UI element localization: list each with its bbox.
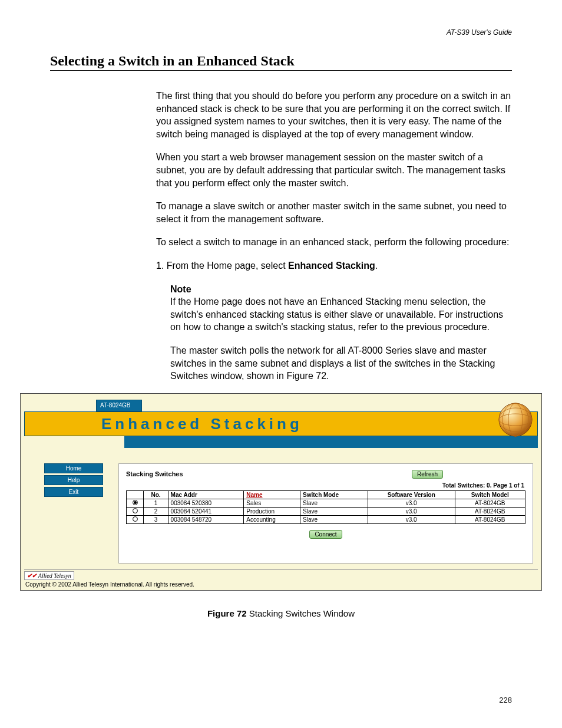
brand-logo: ✔✔ Allied Telesyn	[24, 571, 74, 580]
title-band: Enhanced Stacking	[24, 411, 538, 436]
row-mode: Slave	[300, 515, 368, 523]
col-model: Switch Model	[455, 490, 525, 499]
row-model: AT-8024GB	[455, 499, 525, 507]
app-window: AT-8024GB Enhanced Stacking	[20, 393, 542, 591]
step-suffix: .	[375, 261, 378, 271]
figure-caption: Figure 72 Stacking Switches Window	[0, 608, 562, 618]
sub-band	[124, 436, 538, 448]
table-row: 1003084 520380SalesSlavev3.0AT-8024GB	[127, 499, 525, 507]
col-mac: Mac Addr	[168, 490, 244, 499]
row-name: Production	[244, 507, 300, 515]
switches-table: No. Mac Addr Name Switch Mode Software V…	[126, 490, 525, 524]
panel-title: Stacking Switches	[126, 470, 183, 477]
refresh-button[interactable]: Refresh	[412, 470, 443, 479]
total-switches-label: Total Switches: 0. Page 1 of 1	[126, 482, 524, 489]
row-no: 2	[144, 507, 168, 515]
table-row: 2003084 520441ProductionSlavev3.0AT-8024…	[127, 507, 525, 515]
row-mac: 003084 520380	[168, 499, 244, 507]
globe-icon	[497, 401, 534, 438]
connect-button[interactable]: Connect	[309, 530, 342, 539]
page-heading: Enhanced Stacking	[101, 415, 303, 433]
table-row: 3003084 548720AccountingSlavev3.0AT-8024…	[127, 515, 525, 523]
note-body: If the Home page does not have an Enhanc…	[170, 295, 512, 334]
copyright: Copyright © 2002 Allied Telesyn Internat…	[24, 580, 538, 588]
figure-text: Stacking Switches Window	[247, 608, 355, 618]
paragraph: To manage a slave switch or another mast…	[156, 200, 512, 225]
step-bold: Enhanced Stacking	[288, 261, 375, 271]
col-name-sort[interactable]: Name	[244, 490, 300, 499]
row-no: 3	[144, 515, 168, 523]
row-mac: 003084 548720	[168, 515, 244, 523]
row-version: v3.0	[368, 507, 455, 515]
step-1: 1. From the Home page, select Enhanced S…	[156, 259, 512, 272]
page-number: 228	[499, 696, 512, 704]
device-tab[interactable]: AT-8024GB	[96, 400, 142, 411]
row-no: 1	[144, 499, 168, 507]
svg-point-0	[499, 403, 532, 436]
paragraph: The master switch polls the network for …	[170, 344, 512, 383]
section-title: Selecting a Switch in an Enhanced Stack	[50, 53, 512, 71]
header-guide: AT-S39 User's Guide	[50, 24, 512, 37]
note-label: Note	[170, 284, 191, 294]
paragraph: The first thing that you should do befor…	[156, 90, 512, 140]
paragraph: To select a switch to manage in an enhan…	[156, 236, 512, 249]
row-radio[interactable]	[127, 499, 144, 507]
figure-label: Figure 72	[207, 608, 247, 618]
row-radio[interactable]	[127, 507, 144, 515]
col-mode: Switch Mode	[300, 490, 368, 499]
content-panel: Stacking Switches Refresh Total Switches…	[118, 463, 533, 564]
logo-swoosh-icon: ✔✔	[27, 572, 37, 579]
col-select	[127, 490, 144, 499]
row-radio[interactable]	[127, 515, 144, 523]
row-mode: Slave	[300, 499, 368, 507]
row-mac: 003084 520441	[168, 507, 244, 515]
sidebar-item-home[interactable]: Home	[44, 463, 103, 473]
row-version: v3.0	[368, 515, 455, 523]
paragraph: When you start a web browser management …	[156, 151, 512, 189]
sidebar-item-exit[interactable]: Exit	[44, 487, 103, 497]
logo-text: Allied Telesyn	[38, 572, 71, 579]
note-block: Note If the Home page does not have an E…	[170, 283, 512, 334]
col-no: No.	[144, 490, 168, 499]
sidebar-item-help[interactable]: Help	[44, 475, 103, 485]
row-name: Accounting	[244, 515, 300, 523]
col-version: Software Version	[368, 490, 455, 499]
step-text: 1. From the Home page, select	[156, 261, 288, 271]
row-model: AT-8024GB	[455, 507, 525, 515]
row-name: Sales	[244, 499, 300, 507]
row-version: v3.0	[368, 499, 455, 507]
row-mode: Slave	[300, 507, 368, 515]
sidebar: Home Help Exit	[24, 463, 118, 564]
row-model: AT-8024GB	[455, 515, 525, 523]
